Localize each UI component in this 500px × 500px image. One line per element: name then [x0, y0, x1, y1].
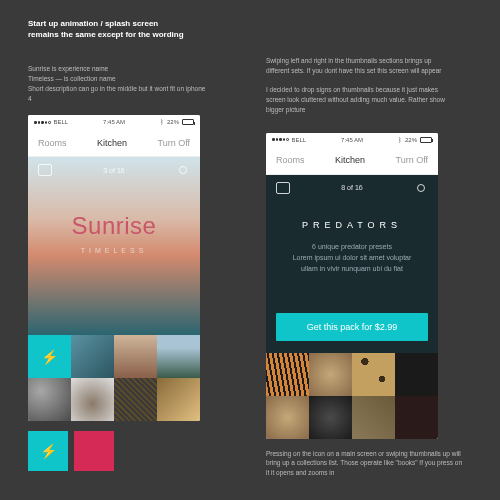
collections-icon[interactable] — [38, 164, 52, 176]
swatch-teal: ⚡ — [28, 431, 68, 471]
thumbnail[interactable] — [309, 353, 352, 396]
thumbnail[interactable] — [71, 335, 114, 378]
status-bar: BELL 7:45 AM ᛒ 22% — [266, 133, 438, 147]
sun-icon[interactable] — [176, 163, 190, 177]
status-bar: BELL 7:45 AM ᛒ 22% — [28, 115, 200, 129]
thumbnail[interactable] — [28, 378, 71, 421]
notes-left: Sunrise is experience name Timeless — is… — [28, 64, 208, 103]
thumbnail[interactable] — [309, 396, 352, 439]
notes-bottom: Pressing on the icon on a main screen or… — [266, 449, 466, 478]
battery-icon — [420, 137, 432, 143]
mockup-predators: BELL 7:45 AM ᛒ 22% Rooms Kitchen Turn Of… — [266, 133, 438, 439]
rooms-button[interactable]: Rooms — [38, 138, 67, 148]
pack-title: PREDATORS — [266, 220, 438, 230]
thumbnail[interactable] — [157, 335, 200, 378]
collection-name: TIMELESS — [28, 247, 200, 254]
color-swatches: ⚡ — [28, 431, 234, 471]
lightning-icon: ⚡ — [40, 443, 57, 459]
rooms-button[interactable]: Rooms — [276, 155, 305, 165]
thumbnail[interactable] — [114, 335, 157, 378]
thumbnail[interactable] — [266, 353, 309, 396]
collections-icon[interactable] — [276, 182, 290, 194]
section-title: Start up animation / splash screen remai… — [28, 18, 234, 40]
thumbnail[interactable] — [352, 396, 395, 439]
status-time: 7:45 AM — [103, 119, 125, 125]
bluetooth-icon: ᛒ — [160, 119, 164, 125]
thumbnail[interactable] — [352, 353, 395, 396]
turn-off-button[interactable]: Turn Off — [157, 138, 190, 148]
counter: 8 of 16 — [341, 184, 362, 191]
turn-off-button[interactable]: Turn Off — [395, 155, 428, 165]
page-title: Kitchen — [97, 138, 127, 148]
thumbnail[interactable] — [114, 378, 157, 421]
pack-description: 6 unique predator presets Lorem ipsum ui… — [284, 241, 420, 275]
thumbnail-grid[interactable] — [28, 335, 200, 421]
battery-icon — [182, 119, 194, 125]
counter: 3 of 16 — [103, 167, 124, 174]
notes-right-top: Swiping left and right in the thumbnails… — [266, 56, 446, 115]
mockup-sunrise: BELL 7:45 AM ᛒ 22% Rooms Kitchen Turn Of… — [28, 115, 200, 421]
top-nav: Rooms Kitchen Turn Off — [266, 147, 438, 175]
tile-active[interactable] — [28, 335, 71, 378]
thumbnail[interactable] — [395, 396, 438, 439]
thumbnail[interactable] — [266, 396, 309, 439]
thumbnail-grid[interactable] — [266, 353, 438, 439]
top-nav: Rooms Kitchen Turn Off — [28, 129, 200, 157]
page-title: Kitchen — [335, 155, 365, 165]
purchase-button[interactable]: Get this pack for $2.99 — [276, 313, 428, 341]
swatch-red — [74, 431, 114, 471]
thumbnail[interactable] — [71, 378, 114, 421]
experience-name: Sunrise — [28, 212, 200, 240]
thumbnail[interactable] — [395, 353, 438, 396]
status-time: 7:45 AM — [341, 137, 363, 143]
thumbnail[interactable] — [157, 378, 200, 421]
hero-sunrise[interactable]: 3 of 16 Sunrise TIMELESS — [28, 157, 200, 335]
hero-predators[interactable]: 8 of 16 PREDATORS 6 unique predator pres… — [266, 175, 438, 353]
signal-dots-icon — [34, 121, 51, 124]
bluetooth-icon: ᛒ — [398, 137, 402, 143]
signal-dots-icon — [272, 138, 289, 141]
sun-icon[interactable] — [414, 181, 428, 195]
